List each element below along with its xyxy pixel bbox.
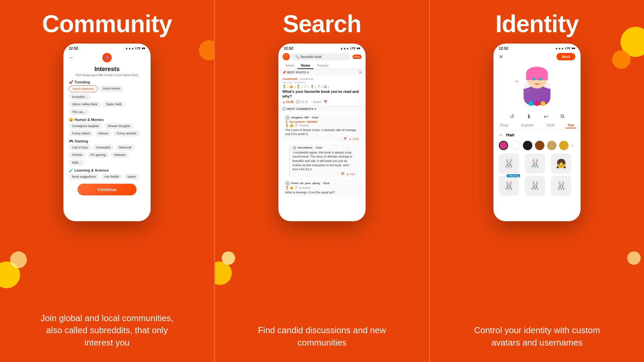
tag-stock-market[interactable]: Stock market xyxy=(99,85,124,92)
comment-action[interactable]: 💬 22.1k xyxy=(296,100,308,104)
swatch-black[interactable] xyxy=(523,141,532,150)
best-comments-label: 💬 BEST COMMENTS ▾ xyxy=(282,107,316,111)
tab-news[interactable]: News xyxy=(282,62,298,69)
swatch-tan[interactable] xyxy=(547,141,556,150)
download-icon[interactable]: ⬇ xyxy=(527,113,531,120)
continue-button[interactable]: Continue xyxy=(77,184,137,195)
tab-shop[interactable]: Shop xyxy=(498,122,511,128)
avatar-grid: 🐰 🐰 👧 🐰 4 Wearing 🐰 🐰 xyxy=(493,152,581,198)
avatar-thumb-6[interactable]: 🐰 xyxy=(551,176,571,196)
tab-explore[interactable]: Explore xyxy=(519,122,536,128)
search-bar-row: 🔍 favourite book Free xyxy=(278,52,366,62)
tab-home[interactable]: Home xyxy=(298,62,314,69)
community-panel: Community 12:52 ▲▲▲ LTE ■■ ← 👾 Interests… xyxy=(0,0,214,362)
tag-memes[interactable]: Memes xyxy=(95,130,112,136)
learning-tags: Book suggestions Ask Reddit Space xyxy=(63,174,151,181)
tag-the-last[interactable]: The Las... xyxy=(69,109,89,115)
tag-everything[interactable]: Everythin... xyxy=(69,94,91,100)
tag-taylor-swift[interactable]: Taylor Swift xyxy=(103,101,125,107)
tag-funny-videos[interactable]: Funny videos xyxy=(69,130,94,136)
trending-tags: March Madness Stock market Everythin... xyxy=(63,85,151,101)
next-button[interactable]: Next xyxy=(556,53,575,60)
search-description: Find candid discussions and new communit… xyxy=(255,324,389,352)
avatar-thumb-3[interactable]: 👧 xyxy=(551,154,571,174)
comment-card-1: douglass_ft8f · 311d 🏅 Top Comment · 5/2… xyxy=(282,113,362,142)
identity-actions: ↺ ⬇ ↩ ⧉ xyxy=(493,112,581,121)
gaming-tags-2: Fortnite PC gaming MrBeast Elde... xyxy=(63,152,151,167)
comment-footer-1: ··· 📅 ▲ 16.8k xyxy=(285,137,359,140)
tag-funny-animals[interactable]: Funny animals xyxy=(113,130,140,136)
post-awards: 🏅1 😊1 🥇1 🛡1 🏅1 🎖1 🖼1 xyxy=(282,85,362,88)
tag-contagious[interactable]: Contagious laughter xyxy=(69,123,103,129)
more-swatches-icon[interactable]: › xyxy=(571,141,573,150)
undo-icon[interactable]: ↩ xyxy=(544,113,548,120)
tag-pc-gaming[interactable]: PC gaming xyxy=(88,152,109,158)
avatar-thumb-5[interactable]: 🐰 xyxy=(525,176,545,196)
post-top-date: Top Post · 5/26/2020 xyxy=(282,81,362,84)
comment-awards-3: 🏅😊🎖 21 Awards xyxy=(285,186,359,190)
tag-overwatch[interactable]: Overwatch xyxy=(93,144,114,150)
refresh-icon[interactable]: ↺ xyxy=(510,113,514,120)
comment-footer-2: ··· 📅 ▲ 4.0k xyxy=(292,173,355,176)
tab-style[interactable]: Style xyxy=(544,122,556,128)
save-action[interactable]: 📅 xyxy=(324,100,327,104)
share-action[interactable]: ↑ Share xyxy=(311,100,321,104)
upvote-action[interactable]: ▲ 54.4k xyxy=(282,100,293,104)
comment-user-3: Poem_for_your_sprog · 311d xyxy=(285,181,359,186)
status-bar: 12:52 ▲▲▲ LTE ■■ xyxy=(63,44,151,52)
tag-mrbeast[interactable]: MrBeast xyxy=(111,152,129,158)
avatar-display xyxy=(493,62,581,112)
swatch-gold[interactable] xyxy=(559,141,569,150)
search-panel: Search 12:52 ▲▲▲ LTE ■■ 🔍 favourite book… xyxy=(214,0,430,362)
avatar-thumb-1[interactable]: 🐰 xyxy=(499,154,519,174)
swatch-white[interactable] xyxy=(511,141,520,150)
tag-march-madness[interactable]: March Madness xyxy=(69,85,98,92)
tag-cod[interactable]: Call of Duty xyxy=(69,144,91,150)
swatch-pink[interactable] xyxy=(499,141,508,150)
close-icon[interactable]: ✕ xyxy=(499,54,503,60)
avatar-character xyxy=(515,65,559,109)
search-title: Search xyxy=(283,10,361,38)
identity-tabs: Shop Explore Style You xyxy=(493,121,581,130)
hair-section-title: ← Hair xyxy=(493,130,581,139)
comment-text-3: What is revenge, if not the equal act? xyxy=(285,190,359,195)
avatar-thumb-4[interactable]: 🐰 4 Wearing xyxy=(499,176,519,196)
identity-phone: 12:52 ▲▲▲ LTE ■■ ✕ Next xyxy=(493,44,581,221)
color-swatches: › xyxy=(493,139,581,152)
community-title: Community xyxy=(42,10,172,38)
tag-shower[interactable]: Shower thoughts xyxy=(104,123,134,129)
humor-tags: Contagious laughter Shower thoughts xyxy=(63,123,151,130)
tag-elden[interactable]: Elde... xyxy=(69,160,84,166)
avatar-thumb-2[interactable]: 🐰 xyxy=(525,154,545,174)
tag-books[interactable]: Book suggestions xyxy=(69,174,99,180)
humor-tags-2: Funny videos Memes Funny animals xyxy=(63,130,151,138)
comment-card-3: Poem_for_your_sprog · 311d 🏅😊🎖 21 Awards… xyxy=(282,179,362,197)
back-hair-icon[interactable]: ← xyxy=(499,132,503,137)
tag-silicon-valley[interactable]: Silicon Valley Bank xyxy=(69,101,101,107)
section-humor: 😀 Humor & Memes xyxy=(63,116,151,123)
best-comments-header: 💬 BEST COMMENTS ▾ xyxy=(278,106,366,112)
search-input[interactable]: 🔍 favourite book xyxy=(292,53,351,60)
tag-askreddit[interactable]: Ask Reddit xyxy=(101,174,122,180)
identity-nav: ✕ Next xyxy=(493,52,581,62)
comment-top-label-1: 🏅 Top Comment · 5/26/2020 xyxy=(285,121,359,123)
tag-space[interactable]: Space xyxy=(124,174,140,180)
interests-subtitle: Pick things you'd like to see in your ho… xyxy=(63,73,151,79)
copy-icon[interactable]: ⧉ xyxy=(560,113,564,120)
user-avatar xyxy=(282,53,290,60)
tab-popular[interactable]: Popular xyxy=(314,62,332,69)
tab-you[interactable]: You xyxy=(566,122,576,128)
free-badge: Free xyxy=(353,55,362,59)
gaming-tags: Call of Duty Overwatch Minecraft xyxy=(63,144,151,152)
identity-title: Identity xyxy=(495,10,579,38)
tag-fortnite[interactable]: Fortnite xyxy=(69,152,86,158)
swatch-brown[interactable] xyxy=(535,141,544,150)
comment-card-2: DevoidAxis · 311d I completely agree, th… xyxy=(285,144,362,178)
post-card: r/AskReddit · u/reddit135 Top Post · 5/2… xyxy=(278,75,366,106)
back-arrow-icon[interactable]: ← xyxy=(69,55,74,61)
tag-minecraft[interactable]: Minecraft xyxy=(116,144,135,150)
section-learning: 🧪 Learning & Science xyxy=(63,167,151,174)
wearing-badge: 4 Wearing xyxy=(506,174,520,177)
reddit-logo: 👾 xyxy=(102,53,112,62)
search-status-bar: 12:52 ▲▲▲ LTE ■■ xyxy=(278,44,366,52)
